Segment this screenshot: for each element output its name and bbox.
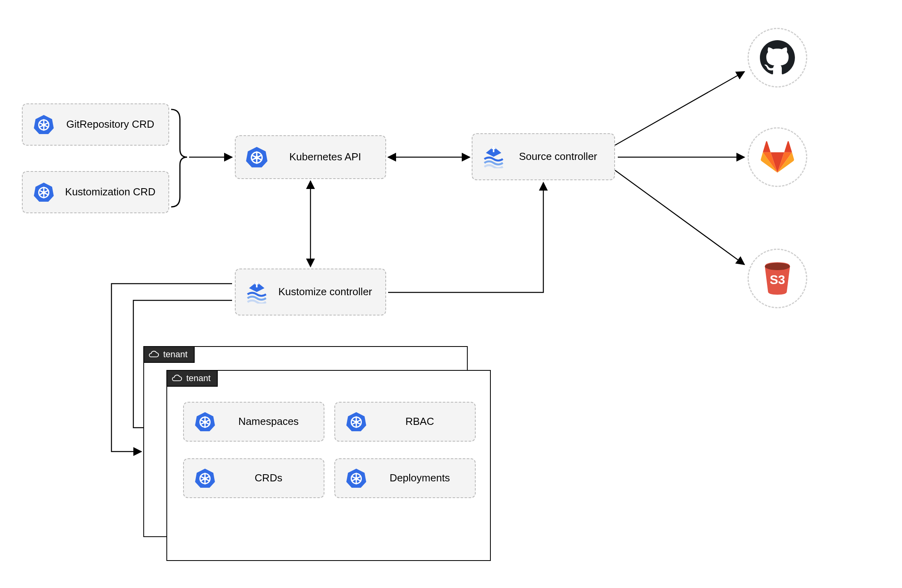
svg-point-56 (355, 421, 358, 424)
svg-point-74 (355, 477, 358, 480)
tenant-tab-front-label: tenant (186, 373, 211, 384)
cloud-icon (171, 374, 182, 382)
tenant-tab-back: tenant (143, 346, 195, 363)
gitlab-icon (760, 140, 795, 175)
github-target (748, 28, 807, 88)
kubernetes-wheel-icon (335, 411, 370, 432)
crds-node: CRDs (183, 458, 324, 498)
kubernetes-api-node: Kubernetes API (235, 135, 386, 179)
crds-label: CRDs (219, 468, 324, 489)
gitlab-target (748, 127, 807, 187)
flux-controller-icon (236, 280, 271, 304)
svg-line-5 (615, 170, 744, 265)
svg-marker-36 (491, 146, 496, 149)
github-icon (760, 40, 795, 75)
gitrepository-crd-node: GitRepository CRD (22, 103, 169, 146)
s3-target: S3 (748, 249, 807, 308)
rbac-label: RBAC (370, 411, 475, 432)
tenant-card-front: tenant Namespaces RBAC CRDs Deploym (166, 370, 491, 561)
deployments-node: Deployments (334, 458, 476, 498)
tenant-tab-front: tenant (166, 370, 218, 387)
svg-point-75 (765, 263, 790, 270)
flux-controller-icon (472, 145, 508, 168)
tenant-tab-back-label: tenant (163, 349, 187, 360)
svg-point-23 (42, 191, 45, 194)
svg-point-65 (203, 477, 207, 480)
svg-point-32 (255, 156, 259, 160)
s3-bucket-icon: S3 (761, 260, 794, 297)
svg-point-47 (203, 421, 207, 424)
kubernetes-wheel-icon (184, 411, 219, 432)
kubernetes-wheel-icon (236, 146, 271, 168)
kubernetes-wheel-icon (184, 468, 219, 489)
svg-point-14 (42, 123, 45, 127)
kubernetes-wheel-icon (23, 182, 58, 202)
svg-line-3 (615, 72, 744, 145)
gitrepository-crd-label: GitRepository CRD (58, 114, 168, 135)
kustomization-crd-node: Kustomization CRD (22, 171, 169, 213)
rbac-node: RBAC (334, 402, 476, 442)
cloud-icon (148, 350, 159, 358)
deployments-label: Deployments (370, 468, 475, 489)
kustomization-crd-label: Kustomization CRD (58, 182, 168, 202)
kubernetes-wheel-icon (335, 468, 370, 489)
namespaces-label: Namespaces (219, 411, 324, 432)
source-controller-node: Source controller (472, 133, 615, 180)
kustomize-controller-node: Kustomize controller (235, 269, 386, 315)
svg-marker-38 (254, 281, 259, 284)
kubernetes-wheel-icon (23, 114, 58, 135)
source-controller-label: Source controller (508, 146, 614, 167)
kustomize-controller-label: Kustomize controller (271, 282, 385, 302)
svg-text:S3: S3 (770, 273, 785, 287)
kubernetes-api-label: Kubernetes API (271, 147, 385, 167)
namespaces-node: Namespaces (183, 402, 324, 442)
